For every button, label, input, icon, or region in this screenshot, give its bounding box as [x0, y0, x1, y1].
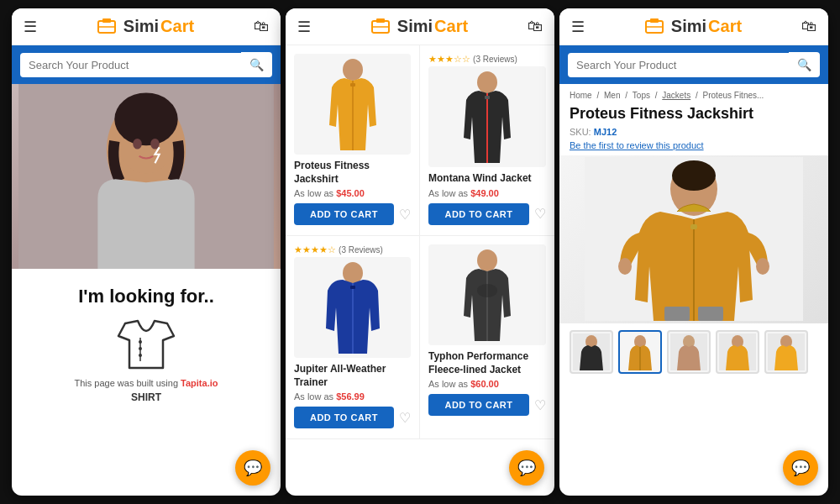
svg-point-37	[756, 258, 769, 275]
thumbnail-row	[559, 323, 828, 381]
chat-fab-3[interactable]: 💬	[783, 450, 818, 486]
cart-icon-3[interactable]: 🛍	[801, 18, 816, 35]
btn-row-2: ADD TO CART ♡	[428, 203, 546, 225]
svg-rect-29	[650, 18, 659, 23]
cart-icon[interactable]: 🛍	[254, 18, 269, 35]
main-product-image	[559, 155, 828, 323]
wishlist-icon-1[interactable]: ♡	[399, 207, 411, 223]
thumb-svg-2	[622, 333, 659, 370]
hamburger-icon[interactable]: ☰	[24, 18, 37, 36]
jacket-img-black	[454, 71, 521, 163]
thumb-svg-4	[719, 333, 756, 370]
product-title: Proteus Fitness Jackshirt	[559, 102, 828, 125]
wishlist-icon-2[interactable]: ♡	[534, 206, 546, 222]
breadcrumb-sep-1: /	[596, 91, 601, 100]
search-button-3[interactable]: 🔍	[789, 52, 820, 77]
built-by-text: This page was built using Tapita.io	[20, 378, 272, 388]
svg-point-33	[672, 160, 716, 191]
add-to-cart-btn-1[interactable]: ADD TO CART	[294, 203, 394, 225]
svg-point-7	[133, 139, 141, 150]
thumb-1[interactable]	[570, 330, 613, 374]
breadcrumb-men[interactable]: Men	[604, 91, 620, 100]
hamburger-icon-2[interactable]: ☰	[297, 18, 311, 36]
product-price-2: As low as $49.00	[428, 188, 546, 198]
product-name-2: Montana Wind Jacket	[428, 172, 546, 186]
tapita-link[interactable]: Tapita.io	[181, 378, 218, 388]
svg-point-6	[114, 92, 177, 145]
sku-value: MJ12	[594, 127, 617, 137]
main-jacket-svg	[585, 157, 803, 321]
chat-fab-1[interactable]: 💬	[235, 450, 270, 486]
logo-cart-3: Cart	[708, 17, 742, 36]
products-grid: Proteus Fitness Jackshirt As low as $45.…	[286, 45, 554, 439]
svg-rect-24	[350, 286, 355, 289]
breadcrumb-tops[interactable]: Tops	[633, 91, 650, 100]
svg-rect-18	[350, 83, 355, 87]
wishlist-icon-3[interactable]: ♡	[399, 410, 411, 426]
svg-point-10	[139, 340, 142, 344]
thumb-5[interactable]	[764, 330, 808, 374]
breadcrumb-product: Proteus Fitnes...	[703, 91, 764, 100]
header-2: ☰ SimiCart 🛍	[286, 8, 554, 45]
product-price-3: As low as $56.99	[294, 391, 411, 402]
svg-rect-39	[698, 307, 723, 321]
logo-3: SimiCart	[644, 17, 742, 36]
search-bar-1: 🔍	[12, 45, 281, 84]
phone3-frame: ☰ SimiCart 🛍 🔍 Home / Men / Tops / Jacke…	[559, 8, 828, 496]
logo-cart: Cart	[160, 17, 194, 36]
product-card-1: Proteus Fitness Jackshirt As low as $45.…	[286, 45, 420, 236]
search-input-1[interactable]	[20, 53, 241, 77]
svg-point-19	[477, 71, 497, 93]
jacket-img-yellow	[319, 58, 386, 150]
sku-label: SKU:	[570, 127, 591, 137]
product-img-4	[428, 244, 546, 345]
hamburger-icon-3[interactable]: ☰	[571, 18, 585, 36]
svg-point-22	[343, 262, 363, 284]
jacket-img-blue	[319, 261, 386, 354]
logo-simi-3: Simi	[671, 17, 706, 36]
add-to-cart-btn-4[interactable]: ADD TO CART	[428, 394, 529, 416]
add-to-cart-btn-3[interactable]: ADD TO CART	[294, 407, 394, 428]
logo-cart-2: Cart	[434, 17, 468, 36]
search-button-1[interactable]: 🔍	[241, 52, 272, 77]
stars-2: ★★★☆☆ (3 Reviews)	[428, 54, 546, 65]
jacket-img-darkgray	[454, 249, 521, 341]
add-to-cart-btn-2[interactable]: ADD TO CART	[428, 203, 529, 225]
review-link[interactable]: Be the first to review this product	[559, 139, 828, 155]
shirt-label: SHIRT	[20, 391, 272, 403]
phone3-main: Home / Men / Tops / Jackets / Proteus Fi…	[559, 84, 828, 496]
looking-for-text: I'm looking for..	[20, 286, 272, 307]
logo-icon-3	[644, 18, 668, 36]
cart-icon-2[interactable]: 🛍	[528, 18, 543, 35]
svg-point-16	[343, 59, 363, 81]
btn-row-4: ADD TO CART ♡	[428, 394, 546, 416]
thumb-2[interactable]	[618, 330, 662, 374]
logo: SimiCart	[97, 17, 194, 36]
breadcrumb-jackets[interactable]: Jackets	[662, 91, 690, 100]
stars-3: ★★★★☆ (3 Reviews)	[294, 244, 411, 255]
product-card-4: Typhon Performance Fleece-lined Jacket A…	[420, 236, 554, 439]
product-name-1: Proteus Fitness Jackshirt	[294, 160, 411, 186]
phone1-frame: ☰ SimiCart 🛍 🔍	[12, 8, 281, 496]
header-3: ☰ SimiCart 🛍	[559, 8, 828, 45]
wishlist-icon-4[interactable]: ♡	[534, 397, 546, 413]
product-card-3: ★★★★☆ (3 Reviews) Jupiter All-Weather Tr…	[286, 236, 420, 439]
thumb-3[interactable]	[667, 330, 711, 374]
thumb-svg-3	[670, 333, 707, 370]
breadcrumb-sep-4: /	[696, 91, 701, 100]
search-input-3[interactable]	[568, 53, 789, 77]
chat-fab-2[interactable]: 💬	[509, 450, 544, 486]
thumb-4[interactable]	[716, 330, 759, 374]
product-img-3	[294, 257, 411, 358]
shirt-icon	[117, 319, 176, 370]
product-price-1: As low as $45.00	[294, 188, 411, 198]
product-img-1	[294, 54, 411, 155]
search-bar-3: 🔍	[559, 45, 828, 84]
hero-image	[12, 84, 281, 269]
breadcrumb-home[interactable]: Home	[570, 91, 592, 100]
logo-simi-2: Simi	[397, 17, 433, 36]
breadcrumb: Home / Men / Tops / Jackets / Proteus Fi…	[559, 84, 828, 102]
svg-point-12	[139, 354, 142, 357]
svg-point-25	[477, 249, 497, 271]
breadcrumb-sep-3: /	[655, 91, 660, 100]
